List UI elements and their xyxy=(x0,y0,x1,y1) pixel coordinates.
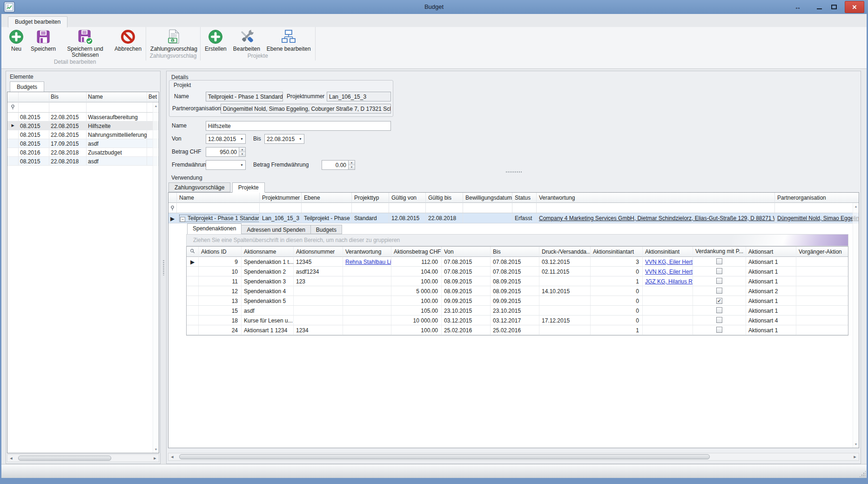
spendenaktion-row[interactable]: 13Spendenaktion 5100.0009.09.201509.09.2… xyxy=(187,296,848,306)
group-by-area[interactable]: Ziehen Sie eine Spaltenüberschrift in di… xyxy=(186,234,848,246)
tab-budget-bearbeiten[interactable]: Budget bearbeiten xyxy=(8,16,67,27)
verdankung-checkbox[interactable] xyxy=(716,288,722,294)
verdankung-checkbox[interactable] xyxy=(716,317,722,323)
verantwortung-link[interactable]: Company 4 Marketing Services GmbH, Dietm… xyxy=(539,215,775,222)
column-header-name[interactable]: Name xyxy=(177,193,260,203)
column-header-aktionsinitiantart[interactable]: Aktionsinitiantart xyxy=(591,247,643,257)
verdankung-checkbox[interactable]: ✓ xyxy=(716,298,722,304)
column-header-aktionsname[interactable]: Aktionsname xyxy=(242,247,294,257)
verdankung-checkbox[interactable] xyxy=(716,258,722,264)
fremdwaehrung-dropdown[interactable]: ▼ xyxy=(206,160,246,170)
aktionsinitiant-link[interactable]: VVN KG, Eiler Hert... xyxy=(645,269,693,275)
column-header-gültig-bis[interactable]: Gültig bis xyxy=(426,193,463,203)
minimize-button[interactable] xyxy=(813,0,825,14)
column-header-bewilligungsdatum[interactable]: Bewilligungsdatum xyxy=(463,193,512,203)
tab-budgets-detail[interactable]: Budgets xyxy=(311,225,342,234)
collapse-icon[interactable]: − xyxy=(180,217,185,222)
spendenaktion-row[interactable]: 12Spendenaktion 45 000.0008.09.201508.09… xyxy=(187,286,848,296)
budget-row[interactable]: 08.201517.09.2015asdf xyxy=(7,139,159,148)
column-header-bis[interactable]: Bis xyxy=(49,92,87,102)
column-header-druck-versandda[interactable]: Druck-/Versandda... xyxy=(539,247,591,257)
chevron-down-icon[interactable]: ▼ xyxy=(240,137,243,141)
scroll-down-icon[interactable]: ▼ xyxy=(853,443,859,446)
filter-cell[interactable] xyxy=(389,203,426,213)
column-header-aktionsinitiant[interactable]: Aktionsinitiant xyxy=(643,247,693,257)
filter-cell[interactable] xyxy=(87,102,147,112)
close-button[interactable]: ✕ xyxy=(845,1,864,13)
spendenaktion-row[interactable]: 24Aktionsart 1 12341234100.0025.02.20162… xyxy=(187,325,848,335)
aktionsinitiant-link[interactable]: VVN KG, Eiler Hert... xyxy=(645,259,693,265)
column-header-partnerorganisation[interactable]: Partnerorganisation xyxy=(775,193,859,203)
column-header-projektnummer[interactable]: Projektnummer xyxy=(260,193,302,203)
spendenaktion-row[interactable]: 10Spendenaktion 2asdf1234104.0007.08.201… xyxy=(187,267,848,276)
scroll-down-icon[interactable]: ▼ xyxy=(153,448,159,451)
spinner-buttons[interactable]: ▲▼ xyxy=(348,161,355,169)
column-header-aktionsnummer[interactable]: Aktionsnummer xyxy=(294,247,343,257)
filter-cell[interactable] xyxy=(19,102,49,112)
column-header-verdankung-mit-p[interactable]: Verdankung mit P... xyxy=(693,247,746,257)
filter-cell[interactable] xyxy=(775,203,859,213)
scroll-right-icon[interactable]: ▶ xyxy=(853,455,857,459)
filter-cell[interactable] xyxy=(49,102,87,112)
filter-cell[interactable] xyxy=(177,203,260,213)
spendenaktion-row[interactable]: ▶9Spendenaktion 1 t...12345Rehna Stahlba… xyxy=(187,257,848,267)
column-header-ebene[interactable]: Ebene xyxy=(302,193,352,203)
column-header-vorgänger-aktion[interactable]: Vorgänger-Aktion xyxy=(796,247,848,257)
budget-row[interactable]: ▶08.201522.08.2015Hilfszelte xyxy=(7,121,159,130)
details-verwendung-splitter[interactable] xyxy=(167,170,861,174)
tab-budgets[interactable]: Budgets xyxy=(10,81,44,92)
von-dropdown[interactable]: 12.08.2015▼ xyxy=(206,134,246,144)
scroll-left-icon[interactable]: ◀ xyxy=(9,457,13,460)
filter-cell[interactable] xyxy=(302,203,352,213)
chevron-down-icon[interactable]: ▼ xyxy=(299,137,302,141)
column-header-verantwortung[interactable]: Verantwortung xyxy=(343,247,391,257)
tab-adressen-und-spenden[interactable]: Adressen und Spenden xyxy=(242,225,310,234)
column-header-aktionsart[interactable]: Aktionsart xyxy=(746,247,796,257)
budgets-horizontal-scrollbar[interactable]: ◀ ▶ xyxy=(7,454,159,462)
maximize-button[interactable] xyxy=(828,0,840,14)
cell-name[interactable]: −Teilprojekt - Phase 1 Standard xyxy=(177,213,260,223)
column-header-gültig-von[interactable]: Gültig von xyxy=(389,193,426,203)
column-header-verantwortung[interactable]: Verantwortung xyxy=(537,193,775,203)
column-header-status[interactable]: Status xyxy=(512,193,537,203)
spinner-buttons[interactable]: ▲▼ xyxy=(239,148,245,156)
projekte-filter-row[interactable] xyxy=(168,203,859,213)
scrollbar-thumb[interactable] xyxy=(18,456,111,461)
scroll-left-icon[interactable]: ◀ xyxy=(170,455,175,459)
column-header-projekttyp[interactable]: Projekttyp xyxy=(352,193,389,203)
verdankung-checkbox[interactable] xyxy=(716,278,722,284)
aktionsinitiant-link[interactable]: JGZ KG, Hilarius R... xyxy=(645,278,693,285)
partnerorganisation-link[interactable]: Düngemittel Nold, Simao Eggeling, xyxy=(777,215,859,222)
betrag-chf-spinner[interactable]: 950.00▲▼ xyxy=(206,147,246,157)
scroll-right-icon[interactable]: ▶ xyxy=(153,457,157,460)
verdankung-checkbox[interactable] xyxy=(716,307,722,313)
ribbon-button-abbrechen[interactable]: Abbrechen xyxy=(111,28,145,52)
projekte-horizontal-scrollbar[interactable]: ◀ ▶ xyxy=(168,453,859,461)
budget-row[interactable]: 08.201522.08.2018asdf xyxy=(7,157,159,166)
ribbon-button-erstellen[interactable]: Erstellen xyxy=(202,28,230,52)
tab-zahlungsvorschlaege[interactable]: Zahlungsvorschläge xyxy=(168,182,230,192)
budget-row[interactable]: 08.201522.08.2015Wasseraufbereitung xyxy=(7,113,159,121)
projektnummer-field[interactable]: Lan_106_15_3 xyxy=(327,92,391,101)
column-header-aktions-id[interactable]: Aktions ID xyxy=(199,247,242,257)
chevron-down-icon[interactable]: ▼ xyxy=(240,163,243,167)
ribbon-button-speichern[interactable]: Speichern xyxy=(27,28,59,52)
verdankung-checkbox[interactable] xyxy=(716,268,722,274)
filter-cell[interactable] xyxy=(426,203,463,213)
projekt-row[interactable]: ▶ −Teilprojekt - Phase 1 Standard Lan_10… xyxy=(168,213,859,223)
resize-grip[interactable] xyxy=(859,471,866,477)
spendenaktion-row[interactable]: 11Spendenaktion 3123100.0008.09.201508.0… xyxy=(187,276,848,286)
filter-cell[interactable] xyxy=(537,203,775,213)
column-header-bis[interactable]: Bis xyxy=(491,247,539,257)
projekt-name-field[interactable]: Teilprojekt - Phase 1 Standard xyxy=(206,92,283,101)
column-header-von[interactable]: Von xyxy=(442,247,491,257)
ribbon-button-ebene-bearbeiten[interactable]: Ebene bearbeiten xyxy=(263,28,314,52)
verantwortung-link[interactable]: Rehna Stahlbau Li... xyxy=(345,259,391,265)
filter-cell[interactable] xyxy=(463,203,512,213)
partnerorganisation-field[interactable]: Düngemittel Nold, Simao Eggeling, Coburg… xyxy=(221,104,391,114)
column-header-bet[interactable]: Bet xyxy=(147,92,159,102)
name-field[interactable]: Hilfszelte xyxy=(206,121,391,131)
budget-row[interactable]: 08.201622.08.2018Zusatzbudget xyxy=(7,148,159,157)
scroll-up-icon[interactable]: ▲ xyxy=(153,104,159,108)
ribbon-button-zahlungsvorschlag[interactable]: $Zahlungsvorschlag xyxy=(147,28,199,52)
